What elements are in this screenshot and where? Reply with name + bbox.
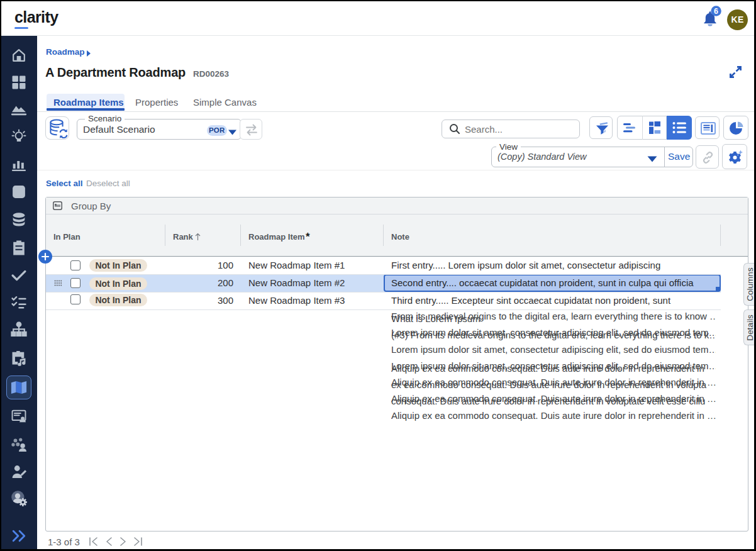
svg-text:6: 6 (714, 7, 718, 16)
